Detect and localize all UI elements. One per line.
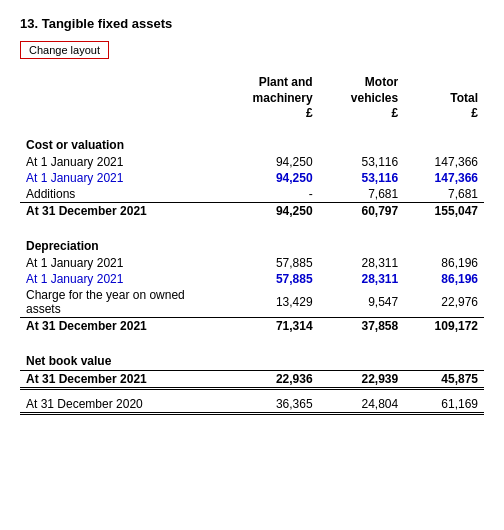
section-header: 13. Tangible fixed assets xyxy=(20,16,484,31)
row-col3: 61,169 xyxy=(404,396,484,414)
row-col2: 24,804 xyxy=(319,396,405,414)
row-label: At 31 December 2020 xyxy=(20,396,215,414)
change-layout-button[interactable]: Change layout xyxy=(20,41,109,59)
table-row: Additions - 7,681 7,681 xyxy=(20,186,484,203)
col-header-label xyxy=(20,73,215,126)
row-col2: 37,858 xyxy=(319,317,405,334)
row-col1: 57,885 xyxy=(215,271,319,287)
row-col1: 13,429 xyxy=(215,287,319,318)
row-col1: 94,250 xyxy=(215,154,319,170)
table-row: At 1 January 2021 57,885 28,311 86,196 xyxy=(20,255,484,271)
row-col3: 109,172 xyxy=(404,317,484,334)
row-label: At 31 December 2021 xyxy=(20,317,215,334)
row-col2: 28,311 xyxy=(319,255,405,271)
depreciation-section-heading: Depreciation xyxy=(20,227,484,255)
row-col1: 94,250 xyxy=(215,202,319,219)
row-label: At 1 January 2021 xyxy=(20,170,215,186)
row-label: Charge for the year on owned assets xyxy=(20,287,215,318)
row-label: At 1 January 2021 xyxy=(20,255,215,271)
table-row: Charge for the year on owned assets 13,4… xyxy=(20,287,484,318)
row-col2: 53,116 xyxy=(319,154,405,170)
row-col2: 7,681 xyxy=(319,186,405,203)
row-col2: 9,547 xyxy=(319,287,405,318)
row-col1: 36,365 xyxy=(215,396,319,414)
row-col3: 22,976 xyxy=(404,287,484,318)
row-col1: - xyxy=(215,186,319,203)
table-row: At 1 January 2021 94,250 53,116 147,366 xyxy=(20,170,484,186)
row-col2: 22,939 xyxy=(319,370,405,388)
row-col2: 53,116 xyxy=(319,170,405,186)
nbv-section-heading: Net book value xyxy=(20,342,484,371)
row-col3: 7,681 xyxy=(404,186,484,203)
row-col3: 147,366 xyxy=(404,170,484,186)
row-label: At 1 January 2021 xyxy=(20,271,215,287)
row-col1: 94,250 xyxy=(215,170,319,186)
row-col1: 22,936 xyxy=(215,370,319,388)
table-row: At 31 December 2021 22,936 22,939 45,875 xyxy=(20,370,484,388)
row-col3: 86,196 xyxy=(404,271,484,287)
table-row: At 1 January 2021 57,885 28,311 86,196 xyxy=(20,271,484,287)
table-row: At 1 January 2021 94,250 53,116 147,366 xyxy=(20,154,484,170)
row-label: At 31 December 2021 xyxy=(20,202,215,219)
table-row: At 31 December 2020 36,365 24,804 61,169 xyxy=(20,396,484,414)
table-row: At 31 December 2021 94,250 60,797 155,04… xyxy=(20,202,484,219)
row-col1: 57,885 xyxy=(215,255,319,271)
col-header-motor: Motor vehicles £ xyxy=(319,73,405,126)
row-label: At 1 January 2021 xyxy=(20,154,215,170)
row-col2: 60,797 xyxy=(319,202,405,219)
col-header-total: Total £ xyxy=(404,73,484,126)
row-col2: 28,311 xyxy=(319,271,405,287)
row-col3: 147,366 xyxy=(404,154,484,170)
table-row: At 31 December 2021 71,314 37,858 109,17… xyxy=(20,317,484,334)
cost-section-heading: Cost or valuation xyxy=(20,126,484,154)
col-header-plant: Plant and machinery £ xyxy=(215,73,319,126)
section-title-text: Tangible fixed assets xyxy=(42,16,173,31)
row-label: At 31 December 2021 xyxy=(20,370,215,388)
row-col3: 155,047 xyxy=(404,202,484,219)
row-label: Additions xyxy=(20,186,215,203)
row-col1: 71,314 xyxy=(215,317,319,334)
section-number: 13. xyxy=(20,16,38,31)
row-col3: 86,196 xyxy=(404,255,484,271)
row-col3: 45,875 xyxy=(404,370,484,388)
